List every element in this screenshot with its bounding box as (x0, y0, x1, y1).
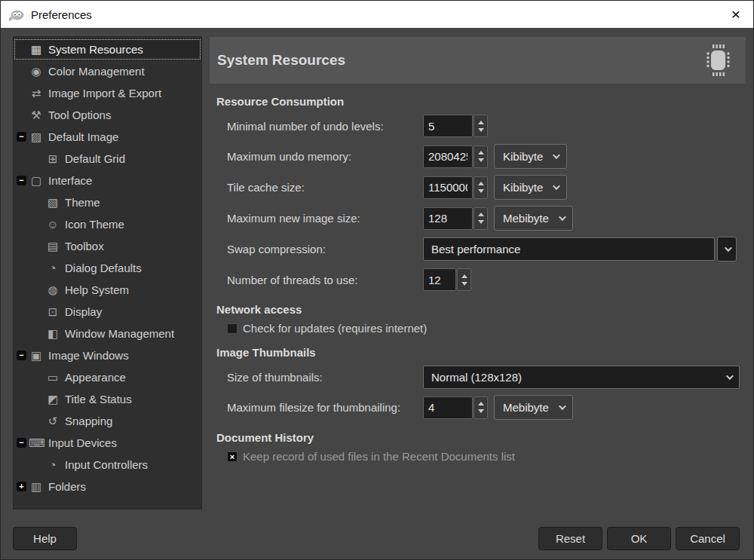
dropdown-value: Mebibyte (503, 212, 549, 225)
toolbox-icon: ▤ (45, 240, 60, 253)
dropdown-value: Kibibyte (503, 150, 543, 163)
max-new-image-input[interactable] (423, 207, 473, 230)
sidebar-item-window-management[interactable]: ◧Window Management (14, 323, 201, 344)
undo-levels-input[interactable] (423, 115, 473, 137)
sidebar-item-image-import-export[interactable]: ⇄Image Import & Export (14, 82, 201, 104)
threads-input[interactable] (423, 268, 456, 291)
keep-record-checkbox[interactable]: × (227, 451, 238, 462)
sidebar-item-label: Folders (48, 480, 86, 493)
sidebar-item-default-grid[interactable]: ⊞Default Grid (14, 148, 201, 170)
chevron-down-icon (724, 244, 731, 252)
sidebar-item-label: System Resources (48, 43, 143, 56)
action-buttons-group: Reset OK Cancel (538, 527, 740, 550)
sidebar-item-input-controllers[interactable]: ◔Input Controllers (14, 454, 201, 476)
collapse-expander-icon[interactable]: − (17, 350, 26, 360)
undo-memory-unit-dropdown[interactable]: Kibibyte (494, 144, 567, 169)
spin-down-icon[interactable] (461, 282, 467, 286)
cancel-button[interactable]: Cancel (676, 527, 740, 550)
spin-up-icon[interactable] (478, 121, 484, 124)
chevron-down-icon (559, 213, 566, 221)
spinner-buttons[interactable] (474, 115, 488, 137)
help-button[interactable]: Help (13, 527, 77, 550)
sidebar-item-help-system[interactable]: ◍Help System (14, 279, 201, 301)
spin-up-icon[interactable] (461, 274, 467, 278)
thumbnail-size-dropdown[interactable]: Normal (128x128) (423, 366, 740, 389)
swap-compression-row: Swap compression: Best performance (227, 237, 737, 262)
swap-compression-dropdown[interactable]: Best performance (423, 237, 715, 261)
spinner-buttons[interactable] (457, 268, 471, 291)
cpu-chip-icon (700, 42, 735, 78)
sidebar-item-default-image[interactable]: −▨Default Image (14, 126, 201, 148)
sidebar-item-label: Interface (48, 174, 92, 187)
spin-down-icon[interactable] (478, 189, 484, 193)
tile-cache-unit-dropdown[interactable]: Kibibyte (494, 175, 567, 200)
spin-down-icon[interactable] (478, 158, 484, 162)
titlebar: Preferences × (1, 1, 753, 28)
sidebar-item-image-windows[interactable]: −▣Image Windows (14, 344, 201, 366)
sidebar-item-label: Tool Options (48, 109, 111, 121)
reset-button[interactable]: Reset (538, 527, 602, 550)
checkbox-label: Keep record of used files in the Recent … (243, 450, 515, 463)
windows-icon: ◧ (45, 327, 60, 341)
sidebar-item-label: Display (65, 305, 102, 318)
sidebar-item-dialog-defaults[interactable]: ◔Dialog Defaults (14, 257, 201, 279)
preferences-nav: ▦System Resources ◉Color Management ⇄Ima… (13, 36, 202, 510)
sidebar-item-label: Window Management (65, 327, 174, 340)
sidebar-item-label: Toolbox (65, 240, 104, 252)
sidebar-item-toolbox[interactable]: ▤Toolbox (14, 235, 201, 257)
sidebar-item-appearance[interactable]: ▭Appearance (14, 366, 201, 388)
undo-memory-input[interactable] (423, 145, 473, 168)
thumbnail-filesize-unit-dropdown[interactable]: Mebibyte (494, 395, 573, 420)
interface-icon: ▢ (29, 174, 44, 188)
thumbnail-filesize-input[interactable] (423, 396, 473, 419)
close-icon[interactable]: × (719, 1, 753, 28)
sidebar-item-system-resources[interactable]: ▦System Resources (14, 38, 201, 60)
spinner-buttons[interactable] (474, 396, 488, 419)
tile-cache-input[interactable] (423, 176, 473, 199)
sidebar-item-input-devices[interactable]: −⌨Input Devices (14, 432, 201, 454)
max-new-image-unit-dropdown[interactable]: Mebibyte (494, 206, 573, 231)
appearance-icon: ▭ (45, 371, 60, 384)
field-label: Number of threads to use: (227, 274, 423, 286)
dropdown-value: Normal (128x128) (431, 371, 522, 384)
life-ring-icon: ◍ (45, 283, 60, 297)
spin-up-icon[interactable] (478, 213, 484, 216)
page-title: System Resources (217, 52, 700, 69)
spinner-buttons[interactable] (474, 207, 488, 230)
spin-down-icon[interactable] (478, 220, 484, 224)
check-updates-checkbox[interactable] (227, 323, 238, 334)
spin-up-icon[interactable] (478, 402, 484, 405)
collapse-expander-icon[interactable]: − (17, 438, 26, 448)
sidebar-item-label: Default Grid (65, 152, 125, 165)
sidebar-item-folders[interactable]: +▥Folders (14, 476, 201, 497)
sidebar-item-theme[interactable]: ▧Theme (14, 191, 201, 213)
sidebar-item-label: Theme (65, 196, 100, 209)
import-export-icon: ⇄ (29, 87, 44, 100)
sidebar-item-label: Input Devices (48, 436, 117, 449)
spin-down-icon[interactable] (478, 128, 484, 132)
keep-record-row: × Keep record of used files in the Recen… (227, 450, 737, 463)
spin-up-icon[interactable] (478, 182, 484, 185)
collapse-expander-icon[interactable]: − (17, 176, 26, 185)
sidebar-item-label: Default Image (48, 130, 118, 143)
sidebar-item-label: Help System (65, 283, 129, 296)
image-window-icon: ▣ (29, 349, 44, 363)
sidebar-item-icon-theme[interactable]: ☺Icon Theme (14, 213, 201, 235)
spinner-buttons[interactable] (474, 145, 488, 168)
field-label: Size of thumbnails: (227, 371, 423, 384)
sidebar-item-label: Image Import & Export (48, 87, 161, 99)
ok-button[interactable]: OK (607, 527, 671, 550)
spinner-buttons[interactable] (474, 176, 488, 199)
sidebar-item-tool-options[interactable]: ⚒Tool Options (14, 104, 201, 126)
sidebar-item-color-management[interactable]: ◉Color Management (14, 60, 201, 82)
sidebar-item-interface[interactable]: −▢Interface (14, 170, 201, 191)
spin-up-icon[interactable] (478, 151, 484, 155)
expand-expander-icon[interactable]: + (17, 482, 26, 491)
spin-down-icon[interactable] (478, 409, 484, 413)
sidebar-item-display[interactable]: ⊡Display (14, 301, 201, 323)
sidebar-item-snapping[interactable]: ↺Snapping (14, 410, 201, 432)
grid-icon: ⊞ (45, 152, 60, 166)
sidebar-item-title-status[interactable]: ◩Title & Status (14, 388, 201, 410)
collapse-expander-icon[interactable]: − (17, 132, 26, 142)
swap-compression-dropdown-button[interactable] (717, 237, 737, 262)
